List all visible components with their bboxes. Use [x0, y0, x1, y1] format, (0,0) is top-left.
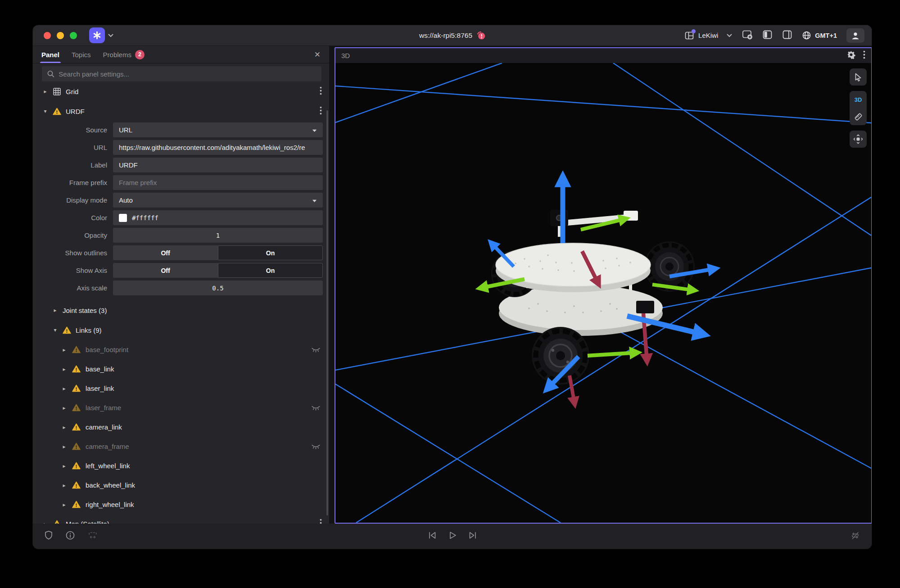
close-window-button[interactable]	[44, 32, 51, 39]
panel-menu-icon[interactable]	[863, 50, 865, 61]
link-row-left_wheel_link[interactable]: ▸left_wheel_link	[33, 456, 329, 475]
color-swatch[interactable]	[119, 214, 127, 222]
link-row-base_footprint[interactable]: ▸base_footprint	[33, 340, 329, 359]
close-sidebar-icon[interactable]: ✕	[314, 51, 321, 59]
color-input[interactable]: #ffffff	[113, 210, 323, 225]
source-select[interactable]: URL	[113, 122, 323, 137]
connection-error-icon[interactable]	[476, 31, 485, 40]
tree-row-grid[interactable]: ▸ Grid	[33, 81, 329, 101]
camera-pan-button[interactable]	[850, 131, 867, 148]
link-row-right_wheel_link[interactable]: ▸right_wheel_link	[33, 495, 329, 514]
link-row-back_wheel_link[interactable]: ▸back_wheel_link	[33, 475, 329, 495]
expand-caret-icon[interactable]: ▸	[61, 424, 67, 430]
warning-icon	[53, 108, 61, 115]
app-window: ws://ak-rpi5:8765 LeKiwi	[33, 25, 872, 549]
field-frame-prefix: Frame prefix Frame prefix	[33, 174, 329, 191]
settings-tree: ▸ Grid ▾	[33, 81, 329, 524]
tree-row-joint-states[interactable]: ▸ Joint states (3)	[33, 300, 329, 320]
expand-caret-icon[interactable]: ▸	[61, 443, 67, 450]
link-row-camera_link[interactable]: ▸camera_link	[33, 417, 329, 437]
skip-to-start-button[interactable]	[427, 530, 437, 542]
show-outlines-off[interactable]: Off	[113, 245, 218, 260]
opacity-input[interactable]: 1	[113, 228, 323, 243]
expand-caret-icon[interactable]: ▸	[61, 502, 67, 508]
warning-icon	[72, 443, 81, 450]
expand-caret-icon[interactable]: ▸	[61, 482, 67, 488]
url-input[interactable]: https://raw.githubusercontent.com/aditya…	[113, 140, 323, 155]
timezone-label: GMT+1	[815, 32, 837, 39]
expand-caret-icon[interactable]: ▸	[61, 385, 67, 392]
warning-icon	[72, 423, 81, 431]
left-sidebar-toggle-button[interactable]	[762, 30, 773, 41]
visibility-off-icon[interactable]	[311, 347, 321, 353]
expand-caret-icon[interactable]: ▸	[61, 366, 67, 372]
warning-icon	[72, 404, 81, 412]
3d-panel: 3D	[335, 47, 872, 524]
tree-row-links[interactable]: ▾ Links (9)	[33, 320, 329, 340]
expand-caret-icon[interactable]: ▸	[61, 405, 67, 411]
play-button[interactable]	[448, 530, 457, 542]
timezone-indicator[interactable]: GMT+1	[802, 31, 837, 40]
tree-row-map-satellite[interactable]: ▸ Map (Satellite)	[33, 514, 329, 524]
collapse-caret-icon[interactable]: ▾	[42, 108, 48, 114]
link-row-laser_link[interactable]: ▸laser_link	[33, 379, 329, 398]
sidebar-scrollbar[interactable]	[326, 110, 328, 516]
search-input[interactable]	[59, 70, 317, 78]
info-icon[interactable]	[65, 530, 75, 542]
layout-selector-button[interactable]: LeKiwi	[684, 31, 732, 41]
search-icon	[47, 70, 54, 78]
collapse-caret-icon[interactable]: ▾	[52, 327, 58, 333]
measure-tool-button[interactable]	[850, 108, 867, 125]
field-axis-scale: Axis scale 0.5	[33, 279, 329, 297]
playback-left-icons	[44, 530, 98, 542]
visibility-off-icon[interactable]	[311, 444, 321, 449]
right-sidebar-toggle-button[interactable]	[782, 30, 792, 41]
row-menu-icon[interactable]	[320, 86, 322, 97]
skip-to-end-button[interactable]	[468, 530, 478, 542]
expand-caret-icon[interactable]: ▸	[52, 307, 58, 313]
3d-viewport[interactable]: 3D	[335, 63, 871, 523]
field-opacity: Opacity 1	[33, 226, 329, 244]
warning-icon	[72, 481, 81, 489]
minimize-window-button[interactable]	[57, 32, 64, 39]
tab-panel[interactable]: Panel	[41, 46, 59, 63]
show-axis-off[interactable]: Off	[113, 263, 218, 278]
panel-settings-search[interactable]	[42, 66, 321, 81]
3d-panel-header-icons	[847, 50, 865, 61]
3d-mode-button[interactable]: 3D	[850, 91, 867, 108]
row-menu-icon[interactable]	[320, 519, 322, 524]
tab-problems[interactable]: Problems 2	[103, 46, 145, 63]
select-tool-button[interactable]	[850, 68, 867, 86]
link-row-base_link[interactable]: ▸base_link	[33, 359, 329, 379]
zoom-window-button[interactable]	[70, 32, 77, 39]
axis-scale-input[interactable]: 0.5	[113, 280, 323, 295]
row-menu-icon[interactable]	[320, 106, 322, 117]
frame-prefix-input[interactable]: Frame prefix	[113, 175, 323, 190]
data-source-shield-icon[interactable]	[44, 530, 53, 542]
3d-panel-header[interactable]: 3D	[335, 48, 871, 63]
link-row-camera_frame[interactable]: ▸camera_frame	[33, 437, 329, 456]
show-axis-on[interactable]: On	[218, 263, 323, 278]
pan-icon	[853, 134, 863, 144]
repeat-off-icon[interactable]	[850, 530, 860, 543]
link-row-laser_frame[interactable]: ▸laser_frame	[33, 398, 329, 417]
add-panel-button[interactable]	[742, 30, 753, 41]
account-button[interactable]	[846, 28, 864, 43]
expand-caret-icon[interactable]: ▸	[61, 347, 67, 353]
tree-row-urdf[interactable]: ▾ URDF	[33, 101, 329, 121]
loop-region-icon[interactable]	[87, 531, 98, 542]
cursor-icon	[854, 72, 863, 81]
label-input[interactable]: URDF	[113, 158, 323, 172]
panel-settings-gear-icon[interactable]	[847, 50, 855, 61]
warning-icon	[72, 501, 81, 508]
app-logo-button[interactable]	[89, 27, 105, 43]
display-mode-select[interactable]: Auto	[113, 193, 323, 208]
visibility-off-icon[interactable]	[311, 405, 321, 411]
app-menu-chevron-icon[interactable]	[108, 34, 113, 37]
expand-caret-icon[interactable]: ▸	[61, 463, 67, 469]
tab-topics[interactable]: Topics	[72, 46, 91, 63]
warning-icon	[53, 520, 61, 524]
show-outlines-on[interactable]: On	[218, 245, 323, 260]
expand-caret-icon[interactable]: ▸	[42, 88, 48, 95]
field-display-mode: Display mode Auto	[33, 191, 329, 209]
